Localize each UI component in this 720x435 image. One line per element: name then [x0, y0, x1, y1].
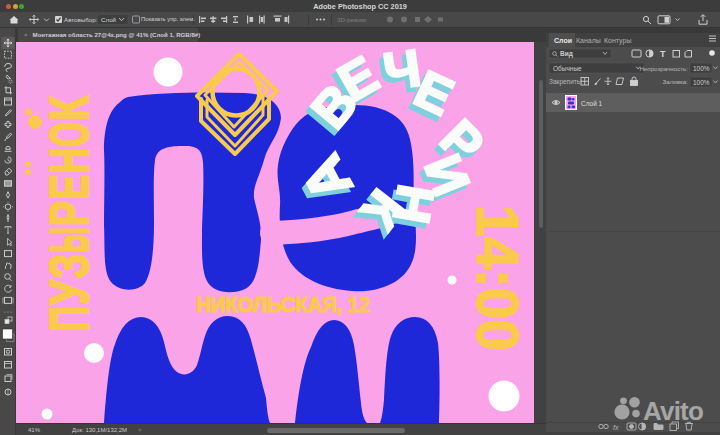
svg-text:fx: fx — [613, 424, 619, 431]
svg-text:П: П — [38, 306, 100, 331]
svg-text:Контуры: Контуры — [604, 37, 631, 45]
svg-text:НИКОЛЬСКАЯ, 12: НИКОЛЬСКАЯ, 12 — [196, 292, 370, 317]
svg-text:T: T — [660, 49, 666, 59]
svg-text:Вид: Вид — [560, 50, 573, 58]
svg-text:О: О — [38, 122, 100, 147]
svg-text:Закрепить:: Закрепить: — [549, 78, 582, 86]
svg-text:Слои: Слои — [554, 37, 572, 44]
svg-text:К: К — [38, 95, 100, 120]
svg-text:Непрозрачность:: Непрозрачность: — [639, 65, 688, 72]
svg-text:100%: 100% — [693, 65, 710, 72]
svg-text:Заливка:: Заливка: — [662, 78, 688, 85]
svg-text:14:00: 14:00 — [464, 205, 530, 351]
svg-text:З: З — [38, 254, 100, 279]
svg-text:Н: Н — [38, 148, 100, 173]
svg-text:Слой 1: Слой 1 — [581, 100, 603, 107]
svg-text:Avito: Avito — [643, 396, 703, 426]
svg-text:100%: 100% — [693, 79, 710, 86]
svg-text:Обычные: Обычные — [553, 65, 582, 72]
svg-text:Е: Е — [38, 175, 100, 200]
svg-text:У: У — [38, 279, 100, 305]
svg-text:Каналы: Каналы — [576, 37, 601, 44]
svg-text:Р: Р — [38, 201, 100, 226]
svg-text:Ы: Ы — [38, 227, 100, 252]
